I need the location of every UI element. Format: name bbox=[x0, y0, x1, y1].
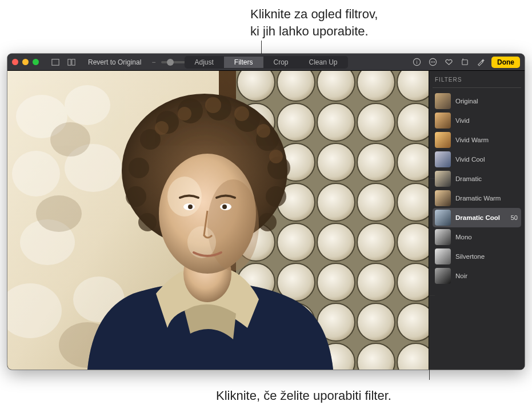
tab-crop[interactable]: Crop bbox=[263, 57, 298, 68]
filter-row-vivid-warm[interactable]: Vivid Warm bbox=[433, 130, 521, 150]
filter-label: Vivid Cool bbox=[455, 156, 519, 163]
svg-point-36 bbox=[317, 143, 355, 181]
revert-button[interactable]: Revert to Original bbox=[82, 57, 147, 67]
svg-point-7 bbox=[432, 62, 433, 63]
info-icon[interactable]: i bbox=[411, 57, 422, 67]
filter-row-dramatic-warm[interactable]: Dramatic Warm bbox=[433, 189, 521, 208]
editor-tabs: Adjust Filters Crop Clean Up bbox=[184, 56, 347, 69]
svg-point-8 bbox=[434, 62, 435, 63]
svg-point-31 bbox=[317, 103, 355, 141]
svg-point-38 bbox=[397, 143, 429, 181]
split-view-icon[interactable] bbox=[65, 57, 78, 67]
sidebar-title: FILTERS bbox=[435, 77, 521, 83]
filter-label: Dramatic Cool bbox=[455, 214, 506, 221]
app-window: Revert to Original − + Adjust Filters Cr… bbox=[7, 54, 525, 370]
view-toggle-group bbox=[49, 57, 78, 67]
right-tool-group: i Done bbox=[411, 57, 520, 68]
filter-row-vivid-cool[interactable]: Vivid Cool bbox=[433, 150, 521, 169]
svg-point-37 bbox=[357, 143, 395, 181]
svg-point-42 bbox=[357, 183, 395, 221]
filter-row-vivid[interactable]: Vivid bbox=[433, 111, 521, 130]
svg-point-53 bbox=[397, 263, 429, 301]
svg-point-91 bbox=[222, 204, 227, 209]
svg-point-75 bbox=[126, 186, 146, 207]
filter-thumbnail bbox=[435, 113, 451, 129]
rotate-icon[interactable] bbox=[459, 57, 470, 67]
svg-point-47 bbox=[357, 223, 395, 261]
photo-canvas[interactable] bbox=[7, 71, 429, 370]
svg-point-76 bbox=[138, 213, 157, 231]
filter-thumbnail bbox=[435, 248, 451, 264]
filter-row-dramatic-cool[interactable]: Dramatic Cool50 bbox=[433, 208, 521, 227]
svg-rect-9 bbox=[462, 60, 467, 65]
filter-thumbnail bbox=[435, 93, 451, 109]
tab-adjust[interactable]: Adjust bbox=[184, 57, 223, 68]
svg-point-30 bbox=[277, 103, 315, 141]
filter-thumbnail bbox=[435, 210, 451, 226]
callout-bottom-bracket bbox=[429, 178, 435, 296]
svg-point-51 bbox=[317, 263, 355, 301]
svg-rect-0 bbox=[52, 59, 59, 65]
filter-thumbnail bbox=[435, 229, 451, 245]
filter-row-dramatic[interactable]: Dramatic bbox=[433, 169, 521, 189]
filter-thumbnail bbox=[435, 268, 451, 284]
filter-label: Vivid Warm bbox=[455, 137, 519, 143]
svg-point-58 bbox=[397, 303, 429, 341]
svg-point-43 bbox=[397, 183, 429, 221]
svg-point-19 bbox=[36, 195, 82, 232]
window-controls bbox=[12, 59, 39, 65]
svg-point-90 bbox=[188, 204, 193, 209]
maximize-icon[interactable] bbox=[33, 59, 39, 65]
minimize-icon[interactable] bbox=[22, 59, 29, 65]
editor-content: FILTERS OriginalVividVivid WarmVivid Coo… bbox=[7, 71, 525, 370]
titlebar: Revert to Original − + Adjust Filters Cr… bbox=[7, 54, 525, 71]
svg-point-32 bbox=[357, 103, 395, 141]
filter-list: OriginalVividVivid WarmVivid CoolDramati… bbox=[433, 91, 521, 286]
svg-point-79 bbox=[178, 107, 191, 121]
callout-bottom-text: Kliknite, če želite uporabiti filter. bbox=[216, 388, 391, 403]
svg-point-33 bbox=[397, 103, 429, 141]
svg-point-6 bbox=[430, 62, 431, 63]
favorite-icon[interactable] bbox=[443, 57, 454, 67]
filter-thumbnail bbox=[435, 132, 451, 148]
svg-rect-1 bbox=[68, 59, 71, 65]
filter-row-silvertone[interactable]: Silvertone bbox=[433, 247, 521, 266]
close-icon[interactable] bbox=[12, 59, 18, 65]
filter-label: Noir bbox=[455, 272, 519, 279]
filter-row-noir[interactable]: Noir bbox=[433, 266, 521, 286]
svg-point-82 bbox=[257, 124, 270, 138]
filter-label: Silvertone bbox=[455, 253, 519, 260]
filter-value: 50 bbox=[511, 214, 518, 221]
filter-row-original[interactable]: Original bbox=[433, 91, 521, 111]
filter-thumbnail bbox=[435, 190, 451, 206]
svg-point-81 bbox=[234, 106, 249, 121]
filter-label: Dramatic Warm bbox=[455, 195, 519, 202]
zoom-minus-icon[interactable]: − bbox=[151, 58, 155, 66]
svg-point-45 bbox=[277, 223, 315, 261]
callout-top-text: Kliknite za ogled filtrov, ki jih lahko … bbox=[250, 7, 378, 38]
filter-thumbnail bbox=[435, 151, 451, 167]
done-button[interactable]: Done bbox=[491, 57, 520, 68]
more-icon[interactable] bbox=[427, 57, 438, 67]
svg-point-18 bbox=[50, 122, 90, 157]
filter-label: Vivid bbox=[455, 117, 519, 124]
fullscreen-icon[interactable] bbox=[49, 57, 62, 67]
callout-bottom: Kliknite, če želite uporabiti filter. bbox=[216, 388, 391, 403]
filter-thumbnail bbox=[435, 171, 451, 187]
svg-point-46 bbox=[317, 223, 355, 261]
tab-filters[interactable]: Filters bbox=[224, 57, 263, 68]
filters-sidebar: FILTERS OriginalVividVivid WarmVivid Coo… bbox=[429, 71, 525, 370]
svg-point-73 bbox=[266, 186, 286, 207]
svg-text:i: i bbox=[416, 59, 417, 65]
filter-row-mono[interactable]: Mono bbox=[433, 227, 521, 247]
filter-label: Mono bbox=[455, 234, 519, 240]
svg-point-48 bbox=[397, 223, 429, 261]
svg-point-85 bbox=[207, 179, 259, 271]
sidebar-divider bbox=[433, 87, 521, 88]
callout-top: Kliknite za ogled filtrov, ki jih lahko … bbox=[250, 6, 378, 39]
tab-cleanup[interactable]: Clean Up bbox=[299, 57, 348, 68]
svg-point-77 bbox=[258, 213, 277, 231]
svg-point-12 bbox=[65, 85, 110, 125]
enhance-icon[interactable] bbox=[475, 57, 486, 67]
svg-point-74 bbox=[129, 158, 149, 178]
